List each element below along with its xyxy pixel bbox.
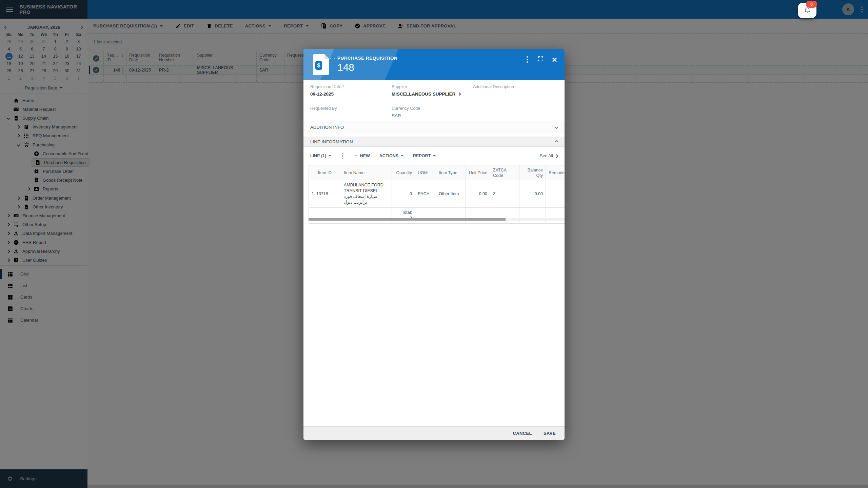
dialog-record-id: 148: [337, 62, 397, 73]
bell-icon: [804, 7, 811, 14]
additional-description-field[interactable]: Additional Description: [473, 84, 514, 92]
purchase-requisition-dialog: PURCHASE REQUISITION 148 × Requisition D…: [303, 49, 565, 440]
requested-by-field[interactable]: Requested By: [310, 106, 337, 113]
section-line-information[interactable]: LINE INFORMATION: [303, 137, 565, 147]
dialog-type-label: PURCHASE REQUISITION: [337, 56, 397, 61]
col-remarks: Remarks: [546, 165, 565, 180]
required-marker: *: [342, 84, 344, 89]
col-zatca-code: ZATCA Code: [490, 165, 519, 180]
col-uom: UOM: [415, 165, 436, 180]
dialog-kebab-menu-icon[interactable]: [525, 55, 529, 64]
application-window: BUSINESS NAVIGATOR PRO A 0 JANUARY, 2026…: [0, 0, 868, 488]
line-report-dropdown[interactable]: REPORT: [413, 154, 436, 158]
col-item-id: Item ID: [309, 165, 341, 180]
col-item-name: Item Name: [341, 165, 392, 180]
dialog-fields-row-2: Requested By Currency Code SAR: [303, 102, 565, 121]
cell-uom: EACH: [415, 180, 436, 208]
col-unit-price: Unit Price: [466, 165, 490, 180]
save-button[interactable]: SAVE: [544, 431, 556, 436]
chevron-up-icon: [555, 140, 558, 143]
document-dollar-icon: [313, 54, 331, 77]
col-balance-qty: Balance Qty: [519, 165, 546, 180]
chevron-down-icon: [555, 125, 558, 129]
line-new-button[interactable]: +NEW: [354, 152, 370, 159]
caret-down-icon: [433, 155, 436, 157]
notification-bell-button[interactable]: 0: [798, 3, 816, 18]
supplier-value: MISCELLANEOUS SUPPLIER: [392, 92, 455, 97]
total-label: Total:: [395, 210, 412, 216]
line-toolbar: LINE (1) +NEW ACTIONS REPORT See All: [303, 147, 565, 165]
line-table-scrollbar[interactable]: [309, 218, 565, 221]
section-addition-info[interactable]: ADDITION INFO: [303, 121, 565, 133]
cell-quantity: 0: [392, 180, 415, 208]
col-quantity: Quantity: [392, 165, 415, 180]
notification-badge: 0: [806, 1, 817, 8]
requisition-date-field[interactable]: Requisition Date * 09-12-2025: [310, 84, 344, 97]
line-count-dropdown[interactable]: LINE (1): [310, 154, 331, 158]
dialog-fields-row-1: Requisition Date * 09-12-2025 Supplier M…: [303, 80, 565, 102]
cell-item-id: 1. 13718: [309, 180, 341, 208]
cancel-button[interactable]: CANCEL: [513, 431, 532, 436]
line-table-header: Item ID Item Name Quantity UOM Item Type…: [309, 165, 565, 180]
fullscreen-icon[interactable]: [537, 56, 544, 63]
line-actions-dropdown[interactable]: ACTIONS: [379, 154, 403, 158]
line-kebab-menu-icon[interactable]: [341, 152, 345, 160]
cell-item-name: AMBULANCE FORD TRANSIT DIESEL - سيارة إس…: [341, 180, 392, 208]
dialog-header: PURCHASE REQUISITION 148 ×: [303, 49, 565, 80]
dialog-footer: CANCEL SAVE: [303, 426, 565, 440]
cell-zatca-code: Z: [490, 180, 519, 208]
col-item-type: Item Type: [436, 165, 466, 180]
requisition-date-value: 09-12-2025: [310, 92, 344, 97]
supplier-field[interactable]: Supplier MISCELLANEOUS SUPPLIER: [392, 84, 460, 97]
cell-item-type: Other Item: [436, 180, 466, 208]
chevron-right-icon[interactable]: [458, 93, 461, 96]
line-items-table: Item ID Item Name Quantity UOM Item Type…: [309, 165, 565, 224]
currency-code-value: SAR: [392, 113, 420, 118]
see-all-link[interactable]: See All: [540, 154, 558, 158]
caret-down-icon: [329, 155, 331, 157]
close-icon[interactable]: ×: [552, 56, 557, 63]
cell-unit-price: 0.00: [466, 180, 490, 208]
line-total-row: Total:0: [309, 208, 565, 224]
caret-down-icon: [401, 155, 403, 157]
chevron-right-icon: [555, 154, 558, 158]
cell-balance-qty: 0.00: [519, 180, 546, 208]
cell-remarks: [546, 180, 565, 208]
line-item-row[interactable]: 1. 13718 AMBULANCE FORD TRANSIT DIESEL -…: [309, 180, 565, 208]
scrollbar-thumb[interactable]: [309, 218, 506, 221]
currency-code-field[interactable]: Currency Code SAR: [392, 106, 420, 118]
plus-icon: +: [354, 152, 358, 159]
